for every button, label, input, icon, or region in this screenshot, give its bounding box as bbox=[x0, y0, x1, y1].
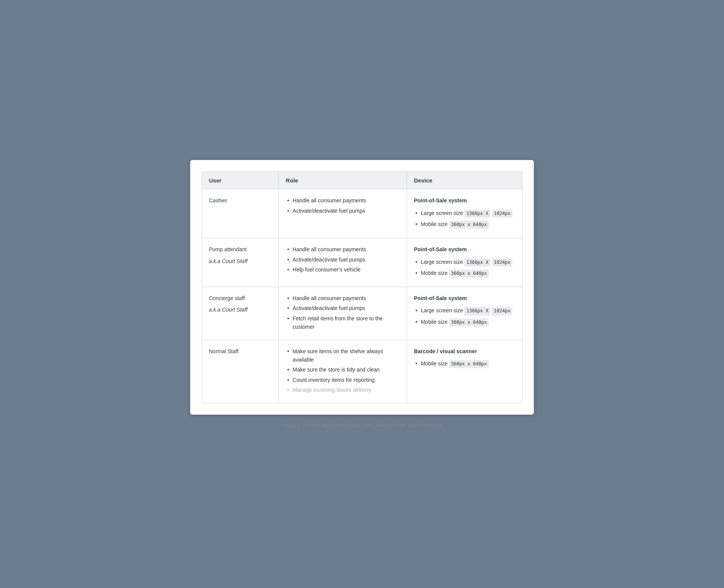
role-cell-3: Make sure items on the shelve always ava… bbox=[279, 340, 407, 403]
role-item-1-0: Handle all consumer payments bbox=[286, 245, 400, 254]
table-row: Pump attendanta.k.a Court StaffHandle al… bbox=[202, 238, 522, 287]
device-tag1-1-0: 1366px X bbox=[464, 258, 490, 267]
device-tag1-0-1: 360px x 640px bbox=[449, 221, 489, 229]
device-title-3: Barcode / visual scanner bbox=[414, 347, 515, 355]
figure-caption: Figure 1: A sneak peak of our target use… bbox=[283, 422, 442, 428]
role-item-0-1: Activate/deactivate fuel pumps bbox=[286, 207, 400, 215]
device-title-0: Point-of-Sale system bbox=[414, 196, 515, 205]
role-cell-2: Handle all consumer paymentsActivate/dea… bbox=[279, 287, 407, 340]
device-item-text-1-0: Large screen size bbox=[421, 258, 463, 266]
role-item-1-1: Activate/deactivate fuel pumps bbox=[286, 255, 400, 264]
device-tag1-2-1: 360px x 640px bbox=[449, 318, 489, 326]
device-tag2-1-0: 1024px bbox=[492, 258, 512, 267]
device-item-2-0: Large screen size 1366px X1024px bbox=[414, 306, 515, 315]
role-item-3-0: Make sure items on the shelve always ava… bbox=[286, 347, 400, 364]
header-role: Role bbox=[279, 172, 407, 189]
role-item-3-1: Make sure the store is tidy and clean bbox=[286, 365, 400, 374]
device-cell-0: Point-of-Sale systemLarge screen size 13… bbox=[407, 189, 522, 238]
device-item-text-2-0: Large screen size bbox=[421, 306, 463, 315]
device-cell-1: Point-of-Sale systemLarge screen size 13… bbox=[407, 238, 522, 287]
user-aka-1: a.k.a Court Staff bbox=[209, 257, 272, 265]
role-cell-0: Handle all consumer paymentsActivate/dea… bbox=[279, 189, 407, 238]
device-item-text-0-0: Large screen size bbox=[421, 209, 463, 217]
device-tag1-1-1: 360px x 640px bbox=[449, 270, 489, 278]
header-device: Device bbox=[407, 172, 522, 189]
header-user: User bbox=[202, 172, 279, 189]
device-item-text-3-0: Mobile size bbox=[421, 359, 448, 368]
user-name-0: Cashier bbox=[209, 197, 227, 204]
device-item-text-0-1: Mobile size bbox=[421, 220, 448, 228]
role-item-1-2: Help fuel consumer's vehicle bbox=[286, 265, 400, 274]
device-item-text-1-1: Mobile size bbox=[421, 269, 448, 277]
role-item-2-1: Activate/deactivate fuel pumps bbox=[286, 304, 400, 312]
table-header-row: User Role Device bbox=[202, 172, 522, 189]
device-item-2-1: Mobile size 360px x 640px bbox=[414, 318, 515, 326]
device-item-0-1: Mobile size 360px x 640px bbox=[414, 220, 515, 229]
user-name-3: Normal Staff bbox=[209, 348, 239, 354]
device-tag2-2-0: 1024px bbox=[492, 307, 512, 315]
user-name-1: Pump attendant bbox=[209, 246, 247, 252]
main-card: User Role Device CashierHandle all consu… bbox=[190, 160, 534, 414]
device-tag1-3-0: 360px x 640px bbox=[449, 360, 489, 368]
user-aka-2: a.k.a Court Staff bbox=[209, 305, 272, 314]
device-item-1-0: Large screen size 1366px X1024px bbox=[414, 258, 515, 267]
device-title-2: Point-of-Sale system bbox=[414, 294, 515, 302]
device-tag1-0-0: 1366px X bbox=[464, 210, 490, 218]
device-title-1: Point-of-Sale system bbox=[414, 245, 515, 254]
role-item-3-2: Count inventory items for reporting bbox=[286, 376, 400, 384]
device-item-3-0: Mobile size 360px x 640px bbox=[414, 359, 515, 368]
device-item-1-1: Mobile size 360px x 640px bbox=[414, 269, 515, 278]
role-item-2-0: Handle all consumer payments bbox=[286, 294, 400, 302]
table-row: Normal StaffMake sure items on the shelv… bbox=[202, 340, 522, 403]
role-item-0-0: Handle all consumer payments bbox=[286, 196, 400, 205]
users-table: User Role Device CashierHandle all consu… bbox=[202, 171, 522, 403]
role-cell-1: Handle all consumer paymentsActivate/dea… bbox=[279, 238, 407, 287]
user-cell-1: Pump attendanta.k.a Court Staff bbox=[202, 238, 279, 287]
device-tag1-2-0: 1366px X bbox=[464, 307, 490, 315]
user-name-2: Concierge staff bbox=[209, 295, 245, 301]
user-cell-2: Concierge staffa.k.a Court Staff bbox=[202, 287, 279, 340]
table-row: Concierge staffa.k.a Court StaffHandle a… bbox=[202, 287, 522, 340]
device-item-0-0: Large screen size 1366px X1024px bbox=[414, 209, 515, 218]
user-cell-0: Cashier bbox=[202, 189, 279, 238]
device-tag2-0-0: 1024px bbox=[492, 210, 512, 218]
role-item-2-2: Fetch retail items from the store to the… bbox=[286, 314, 400, 331]
role-item-3-3: Manage incoming stocks delivery bbox=[286, 386, 400, 394]
table-row: CashierHandle all consumer paymentsActiv… bbox=[202, 189, 522, 238]
device-item-text-2-1: Mobile size bbox=[421, 318, 448, 326]
device-cell-3: Barcode / visual scannerMobile size 360p… bbox=[407, 340, 522, 403]
device-cell-2: Point-of-Sale systemLarge screen size 13… bbox=[407, 287, 522, 340]
user-cell-3: Normal Staff bbox=[202, 340, 279, 403]
